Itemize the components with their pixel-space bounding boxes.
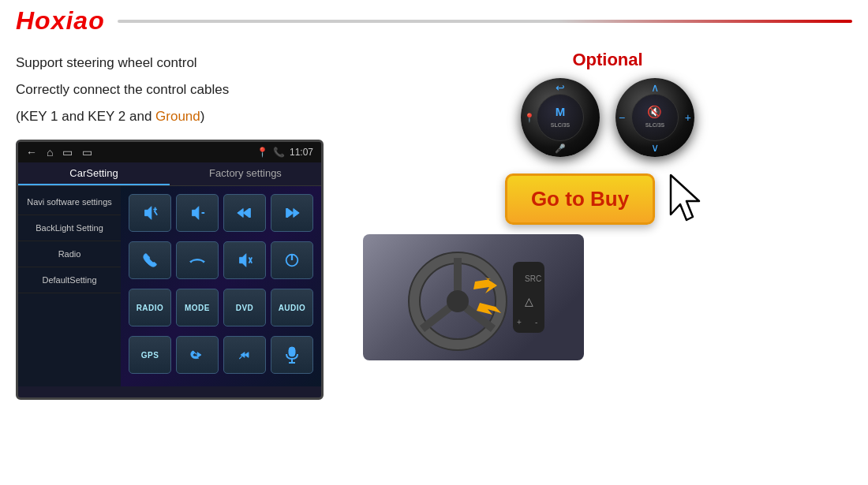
screen-topbar: ← ⌂ ▭ ▭ 📍 📞 11:07 <box>18 142 321 162</box>
svg-marker-8 <box>294 209 299 218</box>
right-section: Optional ↩ 🎤 📍 M SLC/3S <box>363 42 852 400</box>
left-controller-wheel: ↩ 🎤 📍 M SLC/3S <box>521 78 600 157</box>
hangup-btn[interactable] <box>176 241 219 279</box>
svg-text:△: △ <box>525 295 533 308</box>
svg-marker-23 <box>671 175 699 220</box>
steering-photo: SRC △ + - <box>363 234 584 360</box>
support-text-2: Correctly connect the control cables <box>16 76 347 103</box>
svg-rect-7 <box>249 209 251 218</box>
vol-down-btn[interactable] <box>176 194 219 232</box>
audio-btn[interactable]: AUDIO <box>271 289 313 326</box>
go-to-buy-button[interactable]: Go to Buy <box>505 173 655 225</box>
left-wheel-arrow-top: ↩ <box>556 81 565 94</box>
support-text-3: (KEY 1 and KEY 2 and Ground) <box>16 103 347 130</box>
svg-rect-20 <box>289 347 295 356</box>
power-btn[interactable] <box>271 241 313 279</box>
mic-btn[interactable] <box>271 336 313 374</box>
location-icon: 📍 <box>256 147 268 158</box>
call-btn[interactable] <box>129 241 171 279</box>
prev-call-btn[interactable] <box>176 336 219 374</box>
svg-text:SRC: SRC <box>525 274 541 283</box>
dvd-btn[interactable]: DVD <box>223 289 266 326</box>
svg-text:+: + <box>154 206 157 213</box>
svg-rect-10 <box>286 209 288 218</box>
back-icon[interactable]: ← <box>26 146 37 159</box>
window2-icon[interactable]: ▭ <box>82 146 92 159</box>
svg-marker-3 <box>193 207 199 220</box>
svg-point-29 <box>447 290 469 312</box>
left-wheel-arrow-left: 📍 <box>524 113 535 123</box>
menu-navi[interactable]: Navi software settings <box>18 189 121 215</box>
right-wheel-arrow-top: ∧ <box>651 81 659 94</box>
svg-line-19 <box>239 356 241 359</box>
mute-btn[interactable] <box>223 241 266 279</box>
controllers-row: ↩ 🎤 📍 M SLC/3S ∧ ∨ − + <box>363 78 852 157</box>
right-wheel-arrow-right: + <box>685 111 691 124</box>
svg-marker-0 <box>145 207 152 220</box>
left-wheel-arrow-bottom: 🎤 <box>555 144 566 154</box>
screen-body: Navi software settings BackLight Setting… <box>18 186 321 386</box>
left-section: Support steering wheel control Correctly… <box>16 42 347 400</box>
svg-marker-18 <box>245 353 249 358</box>
car-screen-mockup: ← ⌂ ▭ ▭ 📍 📞 11:07 CarSetting Factory set… <box>16 140 324 400</box>
right-wheel-arrows: ∧ ∨ − + <box>615 78 694 157</box>
gps-btn[interactable]: GPS <box>129 336 171 374</box>
next-btn[interactable] <box>271 194 313 232</box>
radio-btn[interactable]: RADIO <box>129 289 171 326</box>
screen-menu: Navi software settings BackLight Setting… <box>18 186 121 386</box>
svg-text:+: + <box>517 318 522 326</box>
prev-btn[interactable] <box>223 194 266 232</box>
mode-btn[interactable]: MODE <box>176 289 219 326</box>
svg-marker-5 <box>238 209 243 218</box>
svg-marker-6 <box>243 209 249 218</box>
support-text-1: Support steering wheel control <box>16 50 347 76</box>
steering-wheel-svg: SRC △ + - <box>395 238 552 356</box>
window-icon[interactable]: ▭ <box>62 146 73 159</box>
go-to-buy-container: Go to Buy <box>363 171 852 226</box>
right-wheel-arrow-left: − <box>619 111 625 124</box>
svg-marker-11 <box>240 254 246 267</box>
brand-logo: Hoxiao <box>16 6 105 35</box>
cursor-arrow-icon <box>663 171 710 226</box>
screen-controls: + <box>121 186 321 386</box>
menu-radio[interactable]: Radio <box>18 241 121 267</box>
steering-area: SRC △ + - <box>363 234 852 360</box>
tab-carsetting[interactable]: CarSetting <box>18 162 170 185</box>
right-controller-wheel: ∧ ∨ − + 🔇 SLC/3S <box>615 78 694 157</box>
svg-marker-16 <box>197 353 201 358</box>
left-wheel-arrows: ↩ 🎤 📍 <box>521 78 600 157</box>
header: Hoxiao <box>0 0 868 42</box>
phone-icon: 📞 <box>273 147 285 158</box>
topbar-right: 📍 📞 11:07 <box>256 147 313 158</box>
vol-up-btn[interactable]: + <box>129 194 171 232</box>
optional-label: Optional <box>363 50 852 70</box>
ground-text: Ground <box>155 109 200 124</box>
menu-default[interactable]: DefaultSetting <box>18 267 121 293</box>
svg-marker-9 <box>288 209 294 218</box>
screen-tabs: CarSetting Factory settings <box>18 162 321 186</box>
clock: 11:07 <box>290 147 313 158</box>
right-wheel-arrow-bottom: ∨ <box>651 141 659 154</box>
header-divider <box>118 20 852 23</box>
menu-backlight[interactable]: BackLight Setting <box>18 215 121 241</box>
tab-factory[interactable]: Factory settings <box>170 162 321 185</box>
main-content: Support steering wheel control Correctly… <box>0 42 868 400</box>
home-icon[interactable]: ⌂ <box>47 146 53 159</box>
svg-text:-: - <box>535 318 537 326</box>
next-skip-btn[interactable] <box>223 336 266 374</box>
